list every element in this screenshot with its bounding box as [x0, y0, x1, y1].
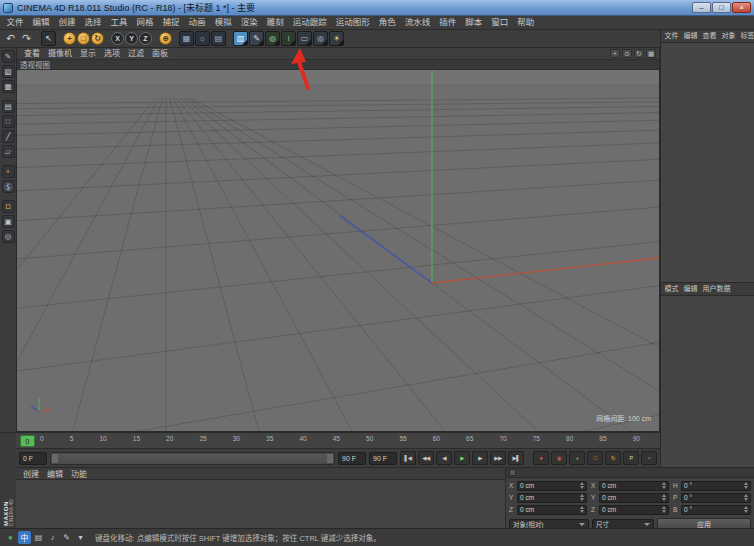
menu-item[interactable]: 创建: [54, 16, 80, 29]
record-position-toggle[interactable]: +: [569, 451, 585, 465]
material-manager-menu-item[interactable]: 功能: [67, 468, 91, 479]
ime-keyboard-icon[interactable]: ▤: [32, 531, 45, 544]
undo-button[interactable]: ↶: [3, 31, 18, 46]
ime-pen-icon[interactable]: ✎: [60, 531, 73, 544]
snap-toggle-button[interactable]: Ω: [2, 200, 15, 213]
spinner-arrows-icon[interactable]: [744, 494, 748, 501]
menu-item[interactable]: 渲染: [236, 16, 262, 29]
viewport-canvas[interactable]: 网格间距: 100 cm: [17, 70, 659, 431]
pan-view-icon[interactable]: +: [610, 49, 620, 58]
workplane-mode-button[interactable]: ▤: [2, 100, 15, 113]
coordinate-system-toggle[interactable]: ⊕: [159, 32, 172, 45]
add-camera-button[interactable]: ◎: [313, 31, 328, 46]
add-deformer-button[interactable]: ≀: [281, 31, 296, 46]
viewport-menu-item[interactable]: 面板: [148, 48, 172, 60]
coordinate-input[interactable]: 0 cm: [517, 505, 587, 515]
quantize-button[interactable]: ◎: [2, 230, 15, 243]
material-manager-menu-item[interactable]: 编辑: [43, 468, 67, 479]
maximize-button[interactable]: □: [712, 2, 731, 13]
viewport-solo-button[interactable]: Ⓢ: [2, 180, 15, 193]
menu-item[interactable]: 文件: [2, 16, 28, 29]
enable-axis-button[interactable]: +: [2, 165, 15, 178]
ime-options-icon[interactable]: ▾: [74, 531, 87, 544]
coordinate-input[interactable]: 0 °: [681, 505, 751, 515]
viewport-menu-item[interactable]: 显示: [76, 48, 100, 60]
timeline-playhead[interactable]: 0: [20, 435, 35, 447]
polygons-mode-button[interactable]: ▱: [2, 145, 15, 158]
add-spline-button[interactable]: ✎: [249, 31, 264, 46]
attribute-manager-body[interactable]: [661, 296, 754, 467]
object-manager-menu-item[interactable]: 文件: [662, 30, 681, 42]
timeline-ruler[interactable]: 051015202530354045505560657075808590 0: [16, 432, 660, 448]
rotate-tool[interactable]: ↻: [91, 32, 104, 45]
autokeying-button[interactable]: ◉: [551, 451, 567, 465]
viewport-menu-item[interactable]: 选项: [100, 48, 124, 60]
menu-item[interactable]: 帮助: [513, 16, 539, 29]
lang-indicator-icon[interactable]: ●: [4, 531, 17, 544]
menu-item[interactable]: 选择: [80, 16, 106, 29]
close-button[interactable]: ×: [732, 2, 751, 13]
object-manager-menu-item[interactable]: 查看: [700, 30, 719, 42]
record-rotation-toggle[interactable]: ↻: [605, 451, 621, 465]
lock-x-axis-button[interactable]: X: [111, 32, 124, 45]
object-manager-body[interactable]: [661, 43, 754, 283]
make-editable-button[interactable]: ✎: [2, 50, 15, 63]
goto-start-button[interactable]: ▌◀: [400, 451, 416, 465]
rotate-view-icon[interactable]: ↻: [634, 49, 644, 58]
menu-item[interactable]: 编辑: [28, 16, 54, 29]
spinner-arrows-icon[interactable]: [744, 506, 748, 513]
coordinate-input[interactable]: 0 °: [681, 481, 751, 491]
menu-item[interactable]: 脚本: [461, 16, 487, 29]
spinner-arrows-icon[interactable]: [662, 506, 666, 513]
range-start-handle[interactable]: [52, 454, 58, 463]
object-manager-menu-item[interactable]: 编辑: [681, 30, 700, 42]
spinner-arrows-icon[interactable]: [662, 494, 666, 501]
total-frames-field[interactable]: 90 F: [369, 452, 397, 465]
texture-mode-button[interactable]: ▦: [2, 80, 15, 93]
range-end-field[interactable]: 90 F: [338, 452, 366, 465]
scale-tool[interactable]: □: [77, 32, 90, 45]
add-floor-button[interactable]: ▭: [297, 31, 312, 46]
render-queue-button[interactable]: ▤: [211, 31, 226, 46]
attribute-manager-menu-item[interactable]: 用户数据: [700, 283, 733, 295]
spinner-arrows-icon[interactable]: [580, 506, 584, 513]
menu-item[interactable]: 捕捉: [158, 16, 184, 29]
model-mode-button[interactable]: ▧: [2, 65, 15, 78]
prev-key-button[interactable]: ◀◀: [418, 451, 434, 465]
current-frame-field[interactable]: 0 F: [19, 452, 47, 465]
record-pla-toggle[interactable]: ≈: [641, 451, 657, 465]
attribute-manager-menu-item[interactable]: 模式: [662, 283, 681, 295]
play-forward-button[interactable]: ▶: [454, 451, 470, 465]
menu-item[interactable]: 网格: [132, 16, 158, 29]
move-tool[interactable]: +: [63, 32, 76, 45]
menu-item[interactable]: 插件: [435, 16, 461, 29]
add-cube-button[interactable]: ▧: [233, 31, 248, 46]
viewport-menu-item[interactable]: 过滤: [124, 48, 148, 60]
spinner-arrows-icon[interactable]: [662, 482, 666, 489]
toggle-view-icon[interactable]: ▦: [646, 49, 656, 58]
coordinate-input[interactable]: 0 cm: [599, 505, 669, 515]
record-parameter-toggle[interactable]: P: [623, 451, 639, 465]
menu-item[interactable]: 模拟: [210, 16, 236, 29]
menu-item[interactable]: 窗口: [487, 16, 513, 29]
attribute-manager-menu-item[interactable]: 编辑: [681, 283, 700, 295]
lang-cn-icon[interactable]: 中: [18, 531, 31, 544]
object-manager-menu-item[interactable]: 对象: [719, 30, 738, 42]
coordinate-input[interactable]: 0 cm: [599, 481, 669, 491]
menu-item[interactable]: 运动跟踪: [288, 16, 331, 29]
coordinate-input[interactable]: 0 cm: [517, 493, 587, 503]
points-mode-button[interactable]: ∷: [2, 115, 15, 128]
spinner-arrows-icon[interactable]: [580, 482, 584, 489]
record-scale-toggle[interactable]: □: [587, 451, 603, 465]
lock-z-axis-button[interactable]: Z: [139, 32, 152, 45]
lock-workplane-button[interactable]: ▣: [2, 215, 15, 228]
live-selection-tool[interactable]: ↖: [41, 31, 56, 46]
ime-speaker-icon[interactable]: ♪: [46, 531, 59, 544]
render-settings-button[interactable]: ☼: [195, 31, 210, 46]
menu-item[interactable]: 雕刻: [262, 16, 288, 29]
object-manager-menu-item[interactable]: 标签: [738, 30, 754, 42]
minimize-button[interactable]: –: [692, 2, 711, 13]
next-key-button[interactable]: ▶▶: [490, 451, 506, 465]
render-view-button[interactable]: ▦: [179, 31, 194, 46]
menu-item[interactable]: 运动图形: [331, 16, 374, 29]
